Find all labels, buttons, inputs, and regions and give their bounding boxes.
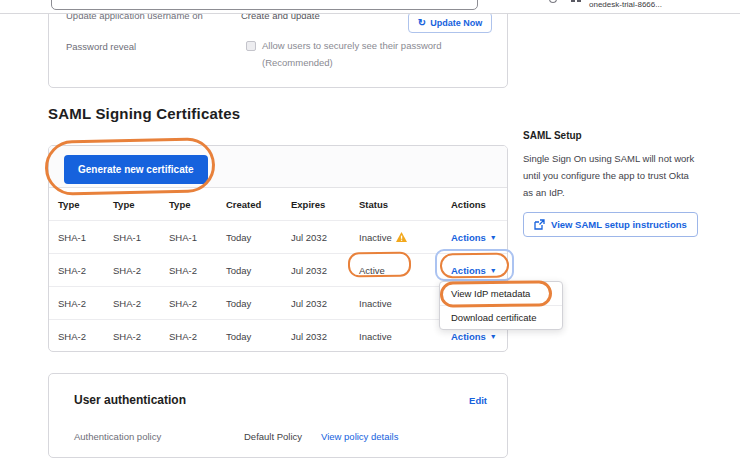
col-expires: Expires	[291, 199, 359, 210]
table-row: SHA-1 SHA-1 SHA-1 Today Jul 2032 Inactiv…	[49, 221, 507, 254]
actions-dropdown-row2[interactable]: Actions ▼	[451, 265, 507, 276]
actions-label: Actions	[451, 232, 486, 243]
help-icon[interactable]	[549, 0, 557, 3]
status-text: Inactive	[359, 331, 392, 342]
cert-created: Today	[226, 298, 291, 309]
col-created: Created	[226, 199, 291, 210]
password-reveal-label: Password reveal	[66, 41, 136, 52]
cert-expires: Jul 2032	[291, 232, 359, 243]
status-cell: Active	[359, 265, 451, 276]
edit-link[interactable]: Edit	[469, 395, 487, 406]
saml-setup-description: Single Sign On using SAML will not work …	[523, 150, 699, 201]
status-text: Inactive	[359, 232, 392, 243]
col-status: Status	[359, 199, 451, 210]
admin-top-bar: onedesk-trial-8666...	[0, 0, 740, 14]
status-cell: Inactive	[359, 331, 451, 342]
refresh-icon: ↻	[418, 17, 426, 28]
okta-app-signon-page: Update application username on Create an…	[0, 0, 740, 475]
cert-type: SHA-1	[169, 232, 226, 243]
org-account-label[interactable]: onedesk-trial-8666...	[589, 0, 662, 9]
saml-setup-title: SAML Setup	[523, 130, 709, 141]
view-policy-details-link[interactable]: View policy details	[321, 431, 398, 442]
table-header-row: Type Type Type Created Expires Status Ac…	[49, 188, 507, 221]
status-text: Inactive	[359, 298, 392, 309]
password-reveal-checkbox[interactable]	[246, 41, 256, 51]
authentication-policy-label: Authentication policy	[74, 431, 161, 442]
cert-created: Today	[226, 331, 291, 342]
actions-dropdown-row1[interactable]: Actions ▼	[451, 232, 507, 243]
certificates-table: Type Type Type Created Expires Status Ac…	[49, 188, 507, 353]
cert-type: SHA-2	[169, 331, 226, 342]
update-now-button[interactable]: ↻ Update Now	[408, 12, 492, 33]
cert-type: SHA-2	[169, 298, 226, 309]
password-reveal-checkbox-label: Allow users to securely see their passwo…	[262, 40, 442, 51]
status-text-active: Active	[359, 265, 385, 276]
saml-setup-panel: SAML Setup Single Sign On using SAML wil…	[523, 130, 709, 237]
authentication-policy-value: Default Policy	[244, 431, 302, 442]
cert-type: SHA-2	[113, 298, 169, 309]
cert-created: Today	[226, 232, 291, 243]
cert-type: SHA-2	[58, 331, 113, 342]
view-saml-instructions-label: View SAML setup instructions	[551, 219, 687, 230]
cert-type: SHA-2	[113, 265, 169, 276]
update-now-label: Update Now	[430, 18, 482, 28]
status-cell: Inactive	[359, 298, 451, 309]
status-cell: Inactive	[359, 232, 451, 243]
table-row: SHA-2 SHA-2 SHA-2 Today Jul 2032 Active …	[49, 254, 507, 287]
actions-menu: View IdP metadata Download certificate	[439, 281, 563, 330]
cert-type: SHA-2	[58, 298, 113, 309]
col-type-1: Type	[58, 199, 113, 210]
actions-label: Actions	[451, 265, 486, 276]
saml-certificates-heading: SAML Signing Certificates	[48, 105, 240, 122]
warning-icon	[396, 232, 407, 242]
cert-type: SHA-2	[58, 265, 113, 276]
certificates-toolbar: Generate new certificate	[49, 146, 507, 188]
menu-item-view-idp-metadata[interactable]: View IdP metadata	[440, 282, 562, 305]
cert-expires: Jul 2032	[291, 265, 359, 276]
cert-expires: Jul 2032	[291, 331, 359, 342]
cert-type: SHA-2	[113, 331, 169, 342]
user-authentication-card: User authentication Edit Authentication …	[48, 373, 508, 458]
apps-grid-icon[interactable]	[570, 0, 583, 3]
col-type-3: Type	[169, 199, 226, 210]
actions-label: Actions	[451, 331, 486, 342]
menu-item-download-certificate[interactable]: Download certificate	[440, 305, 562, 329]
view-saml-instructions-button[interactable]: View SAML setup instructions	[523, 212, 698, 237]
cert-type: SHA-2	[169, 265, 226, 276]
password-reveal-recommended-note: (Recommended)	[262, 57, 333, 68]
col-type-2: Type	[113, 199, 169, 210]
chevron-down-icon: ▼	[490, 267, 497, 274]
cert-created: Today	[226, 265, 291, 276]
col-actions: Actions	[451, 199, 507, 210]
user-authentication-title: User authentication	[74, 393, 186, 407]
chevron-down-icon: ▼	[490, 234, 497, 241]
global-search-input[interactable]	[51, 0, 478, 10]
cert-type: SHA-1	[58, 232, 113, 243]
chevron-down-icon: ▼	[490, 333, 497, 340]
cert-type: SHA-1	[113, 232, 169, 243]
generate-certificate-button[interactable]: Generate new certificate	[64, 155, 208, 184]
external-link-icon	[534, 219, 545, 230]
cert-expires: Jul 2032	[291, 298, 359, 309]
actions-dropdown-row4[interactable]: Actions ▼	[451, 331, 507, 342]
